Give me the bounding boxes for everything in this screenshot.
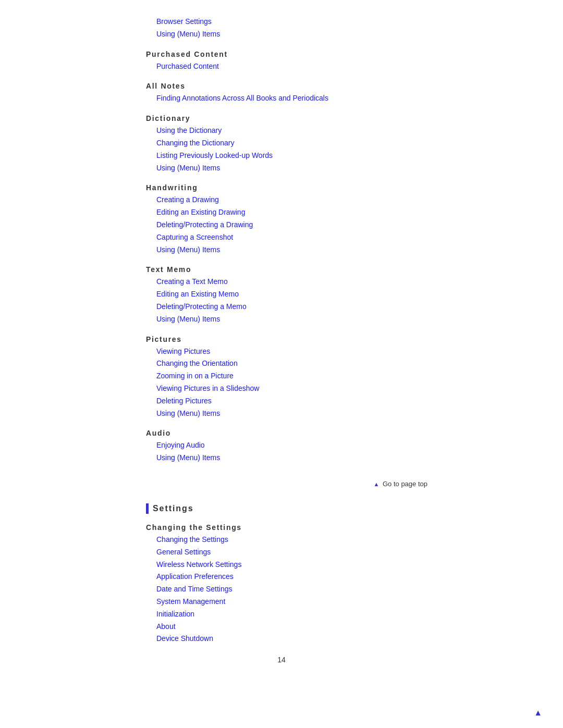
handwriting-block: Handwriting Creating a Drawing Editing a… [146, 183, 459, 256]
content-area: Browser Settings Using (Menu) Items Purc… [104, 16, 459, 645]
audio-menu-link[interactable]: Using (Menu) Items [156, 452, 459, 464]
viewing-slideshow-link[interactable]: Viewing Pictures in a Slideshow [156, 382, 459, 395]
deleting-drawing-link[interactable]: Deleting/Protecting a Drawing [156, 219, 459, 231]
dictionary-menu-link[interactable]: Using (Menu) Items [156, 162, 459, 175]
creating-text-memo-link[interactable]: Creating a Text Memo [156, 276, 459, 288]
initialization-link[interactable]: Initialization [156, 608, 459, 621]
changing-settings-block: Changing the Settings Changing the Setti… [146, 523, 459, 645]
wireless-network-link[interactable]: Wireless Network Settings [156, 559, 459, 571]
changing-settings-link[interactable]: Changing the Settings [156, 534, 459, 546]
system-management-link[interactable]: System Management [156, 596, 459, 608]
top-links-block: Browser Settings Using (Menu) Items [146, 16, 459, 41]
audio-block: Audio Enjoying Audio Using (Menu) Items [146, 429, 459, 464]
text-memo-header: Text Memo [146, 265, 459, 274]
go-to-top-link[interactable]: ▲ Go to page top [373, 480, 427, 488]
deleting-pictures-link[interactable]: Deleting Pictures [156, 395, 459, 408]
purchased-content-block: Purchased Content Purchased Content [146, 50, 459, 73]
using-menu-items-top-link[interactable]: Using (Menu) Items [156, 28, 459, 41]
go-to-top-container: ▲ Go to page top [146, 480, 459, 488]
all-notes-block: All Notes Finding Annotations Across All… [146, 82, 459, 105]
changing-orientation-link[interactable]: Changing the Orientation [156, 357, 459, 370]
general-settings-link[interactable]: General Settings [156, 546, 459, 559]
purchased-content-header: Purchased Content [146, 50, 459, 58]
dictionary-header: Dictionary [146, 114, 459, 122]
editing-drawing-link[interactable]: Editing an Existing Drawing [156, 206, 459, 219]
deleting-memo-link[interactable]: Deleting/Protecting a Memo [156, 301, 459, 313]
viewing-pictures-link[interactable]: Viewing Pictures [156, 346, 459, 358]
device-shutdown-link[interactable]: Device Shutdown [156, 633, 459, 645]
enjoying-audio-link[interactable]: Enjoying Audio [156, 439, 459, 452]
pictures-block: Pictures Viewing Pictures Changing the O… [146, 335, 459, 420]
audio-header: Audio [146, 429, 459, 437]
settings-block: Settings [146, 503, 459, 514]
text-memo-block: Text Memo Creating a Text Memo Editing a… [146, 265, 459, 325]
settings-header-label: Settings [153, 504, 193, 513]
creating-drawing-link[interactable]: Creating a Drawing [156, 194, 459, 206]
capturing-screenshot-link[interactable]: Capturing a Screenshot [156, 231, 459, 244]
purchased-content-link[interactable]: Purchased Content [156, 60, 459, 73]
text-memo-menu-link[interactable]: Using (Menu) Items [156, 313, 459, 326]
go-to-top-label: Go to page top [381, 480, 427, 488]
zooming-picture-link[interactable]: Zooming in on a Picture [156, 370, 459, 382]
all-notes-header: All Notes [146, 82, 459, 90]
page-number: 14 [0, 656, 563, 669]
about-link[interactable]: About [156, 621, 459, 633]
pictures-menu-link[interactable]: Using (Menu) Items [156, 408, 459, 420]
dictionary-block: Dictionary Using the Dictionary Changing… [146, 114, 459, 174]
handwriting-menu-link[interactable]: Using (Menu) Items [156, 244, 459, 256]
bottom-arrow-icon[interactable]: ▲ [534, 708, 542, 718]
date-time-link[interactable]: Date and Time Settings [156, 583, 459, 596]
using-dictionary-link[interactable]: Using the Dictionary [156, 125, 459, 137]
changing-dictionary-link[interactable]: Changing the Dictionary [156, 137, 459, 150]
go-to-top-arrow-icon: ▲ [373, 481, 379, 487]
listing-words-link[interactable]: Listing Previously Looked-up Words [156, 150, 459, 162]
editing-memo-link[interactable]: Editing an Existing Memo [156, 288, 459, 301]
browser-settings-link[interactable]: Browser Settings [156, 16, 459, 28]
settings-header: Settings [146, 503, 459, 514]
changing-settings-header: Changing the Settings [146, 523, 459, 532]
app-preferences-link[interactable]: Application Preferences [156, 571, 459, 583]
pictures-header: Pictures [146, 335, 459, 343]
settings-bar-icon [146, 503, 149, 514]
page-container: Browser Settings Using (Menu) Items Purc… [0, 0, 563, 728]
handwriting-header: Handwriting [146, 183, 459, 192]
finding-annotations-link[interactable]: Finding Annotations Across All Books and… [156, 92, 459, 105]
